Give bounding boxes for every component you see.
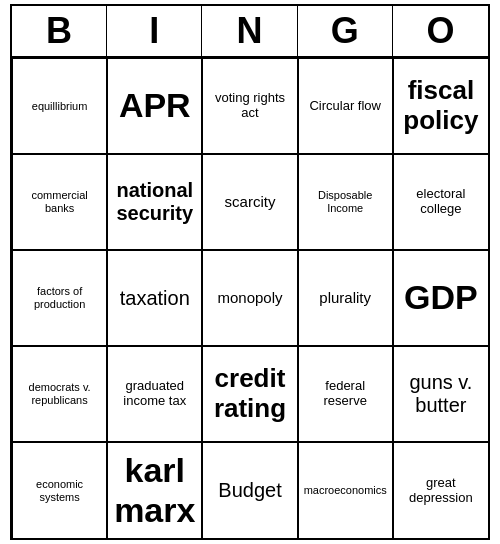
bingo-card: BINGO equillibriumAPRvoting rights actCi…: [10, 4, 490, 540]
bingo-cell[interactable]: fiscal policy: [393, 58, 488, 154]
header-letter: G: [298, 6, 393, 56]
bingo-cell[interactable]: factors of production: [12, 250, 107, 346]
bingo-cell[interactable]: Budget: [202, 442, 297, 538]
bingo-cell[interactable]: voting rights act: [202, 58, 297, 154]
header-letter: I: [107, 6, 202, 56]
bingo-cell[interactable]: GDP: [393, 250, 488, 346]
bingo-cell[interactable]: taxation: [107, 250, 202, 346]
bingo-cell[interactable]: macroeconomics: [298, 442, 393, 538]
bingo-cell[interactable]: democrats v. republicans: [12, 346, 107, 442]
bingo-cell[interactable]: credit rating: [202, 346, 297, 442]
bingo-cell[interactable]: monopoly: [202, 250, 297, 346]
bingo-cell[interactable]: electoral college: [393, 154, 488, 250]
header-letter: N: [202, 6, 297, 56]
bingo-cell[interactable]: economic systems: [12, 442, 107, 538]
bingo-cell[interactable]: great depression: [393, 442, 488, 538]
bingo-cell[interactable]: commercial banks: [12, 154, 107, 250]
bingo-cell[interactable]: scarcity: [202, 154, 297, 250]
header-letter: B: [12, 6, 107, 56]
bingo-grid: equillibriumAPRvoting rights actCircular…: [12, 58, 488, 538]
bingo-cell[interactable]: APR: [107, 58, 202, 154]
bingo-cell[interactable]: Disposable Income: [298, 154, 393, 250]
bingo-header: BINGO: [12, 6, 488, 58]
bingo-cell[interactable]: equillibrium: [12, 58, 107, 154]
bingo-cell[interactable]: karl marx: [107, 442, 202, 538]
bingo-cell[interactable]: national security: [107, 154, 202, 250]
header-letter: O: [393, 6, 488, 56]
bingo-cell[interactable]: graduated income tax: [107, 346, 202, 442]
bingo-cell[interactable]: Circular flow: [298, 58, 393, 154]
bingo-cell[interactable]: federal reserve: [298, 346, 393, 442]
bingo-cell[interactable]: plurality: [298, 250, 393, 346]
bingo-cell[interactable]: guns v. butter: [393, 346, 488, 442]
